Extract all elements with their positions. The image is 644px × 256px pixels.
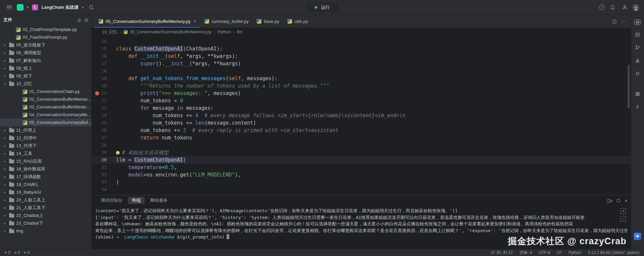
problems-icon[interactable] [635,70,641,76]
editor-tab[interactable]: 05_ConversationSummaryBufferMemory.py× [94,15,200,28]
status-indicator[interactable]: 0 [14,250,20,255]
gutter[interactable]: 25 [92,119,112,127]
terminal-options-icon[interactable]: ⋯ [620,216,626,222]
structure-icon[interactable] [635,104,641,110]
breadcrumb-item[interactable]: Python [217,30,231,34]
chevron-right-icon[interactable]: ▸ [3,59,7,62]
gutter[interactable]: 18 [92,67,112,75]
status-segment[interactable]: 行 30, 列 12 [491,250,513,256]
user-icon[interactable] [620,3,629,12]
intention-bulb-icon[interactable] [116,151,120,155]
tree-folder-item[interactable]: ▸19_BabyAGI [0,188,91,196]
gutter[interactable]: 32 [92,171,112,179]
tree-folder-item[interactable]: ▸14_工具 [0,150,91,157]
chevron-down-icon[interactable]: ▾ [3,82,7,86]
breadcrumb-item[interactable]: llm [237,30,242,34]
chevron-right-icon[interactable]: ▸ [3,128,7,132]
gutter[interactable]: 29 [92,149,112,156]
tree-folder-item[interactable]: ▸12_代理中 [0,134,91,142]
notifications-icon[interactable] [608,3,617,12]
chevron-right-icon[interactable]: ▸ [3,167,7,171]
select-opened-file-icon[interactable]: ◎ [77,18,81,23]
code-line[interactable]: 16 def __init__(self, *args, **kwargs): [92,53,631,60]
chevron-right-icon[interactable]: ▸ [3,159,7,163]
app-logo[interactable] [17,4,24,11]
tree-folder-item[interactable]: ▸11_代理上 [0,126,91,134]
gutter[interactable]: 16 [92,53,112,60]
code-line[interactable]: 18 [92,67,631,75]
chevron-right-icon[interactable]: ▸ [3,221,7,225]
gutter[interactable]: 17 [92,60,112,67]
code-line[interactable]: 26 num_tokens += 2 # every reply is prim… [92,127,631,134]
gutter[interactable]: 26 [92,127,112,134]
chevron-right-icon[interactable]: ▸ [3,43,7,47]
ai-assistant-icon[interactable]: AI [634,20,641,25]
tree-folder-item[interactable]: ▸17_回调函数 [0,173,91,181]
tree-file-item[interactable]: 02_ConversationBufferMemor... [0,95,91,103]
code-line[interactable]: 21 print(">>> messages: ", messages) [92,90,631,97]
code-line[interactable]: 17 super().__init__(*args, **kwargs) [92,60,631,67]
status-segment[interactable]: 空格: 4 [520,250,532,256]
chevron-right-icon[interactable]: ▸ [3,51,7,55]
services-icon[interactable] [635,91,641,97]
tree-folder-item[interactable]: ▸21_人脉工具下 [0,204,91,212]
status-indicator[interactable]: 0 [24,250,30,255]
code-line[interactable]: 23 for message in messages: [92,104,631,112]
tree-folder-item[interactable]: ▸05_提示模板下 [0,41,91,49]
code-line[interactable]: 33) [92,179,631,186]
sciview-icon[interactable] [635,57,641,63]
terminal-tab[interactable]: 网络服务 [146,197,172,204]
terminal-output[interactable]: (content='我又来了，还记得我昨天为什么要来买花吗？'), AIMess… [92,205,631,249]
tree-folder-item[interactable]: ▸08_链上 [0,64,91,72]
tree-folder-item[interactable]: ▸img [0,227,91,235]
tab-close-icon[interactable]: × [194,19,196,24]
tree-file-item[interactable]: 04_ConversationSummaryMe... [0,111,91,119]
chevron-right-icon[interactable]: ▸ [3,74,7,78]
tree-file-item[interactable]: 05_ConversationSummaryBuf... [0,119,91,126]
tree-folder-item[interactable]: ▸09_链下 [0,72,91,80]
breakpoint-icon[interactable] [95,91,99,95]
bottom-tool-icon[interactable] [634,233,641,240]
gutter[interactable]: 19 [92,75,112,82]
main-menu-icon[interactable] [5,3,13,12]
search-icon[interactable] [87,3,96,12]
tree-folder-item[interactable]: ▸15_RAG应用 [0,157,91,165]
tree-folder-item[interactable]: ▸06_调用模型 [0,49,91,57]
code-line[interactable]: 14 [92,38,631,45]
tree-folder-item[interactable]: ▸07_解析输出 [0,57,91,64]
code-line[interactable]: 20 """Returns the number of tokens used … [92,82,631,90]
chevron-right-icon[interactable]: ▸ [3,198,7,202]
tree-file-item[interactable]: 03_ConversationBufferWindo... [0,103,91,111]
gutter[interactable]: 22 [92,97,112,104]
chevron-down-icon[interactable]: ▾ [27,5,29,9]
gutter[interactable]: 34 [92,186,112,193]
terminal-new-session-icon[interactable]: + [620,208,626,214]
maximize-panel-icon[interactable] [617,199,620,202]
code-line[interactable]: 34 [92,186,631,193]
gutter[interactable]: 31 [92,164,112,171]
editor-tab[interactable]: summary_buffer.py [200,15,253,28]
status-segment[interactable]: LF [557,250,562,255]
code-line[interactable]: 15class CustomChatOpenAI(ChatOpenAI): [92,45,631,53]
gutter[interactable]: 14 [92,38,112,45]
status-segment[interactable]: Python [568,250,581,255]
gutter[interactable]: 24 [92,112,112,119]
breadcrumb-item[interactable]: 10_记忆 [102,29,117,35]
status-segment[interactable]: UTF-8 [539,250,550,255]
more-icon[interactable]: ⋯ [621,19,626,24]
chevron-right-icon[interactable]: ▸ [3,175,7,179]
status-segment[interactable]: 3.12.2 64-bit ('shims': pyenv) [588,250,639,255]
code-line[interactable]: 30llm = CustomChatOpenAI( [92,156,631,164]
code-line[interactable]: 32 model=os.environ.get("LLM_MODELEND"), [92,171,631,179]
pull-requests-icon[interactable] [635,44,641,51]
gutter[interactable]: 27 [92,134,112,141]
status-indicator[interactable]: 0 [5,250,10,255]
help-icon[interactable]: ? [599,4,605,10]
tree-file-item[interactable]: 01_ConversationChain.py [0,88,91,95]
terminal-layout-icon[interactable]: ◫▾ [607,198,612,203]
gutter[interactable]: 30 [92,156,112,164]
tree-file-item[interactable]: 02_ChatPromptTemplate.py [0,26,91,33]
code-line[interactable]: 25 num_tokens += len(message.content) [92,119,631,127]
chevron-right-icon[interactable]: ▸ [3,152,7,155]
code-line[interactable]: 29# 初始化大语言模型 [92,149,631,156]
